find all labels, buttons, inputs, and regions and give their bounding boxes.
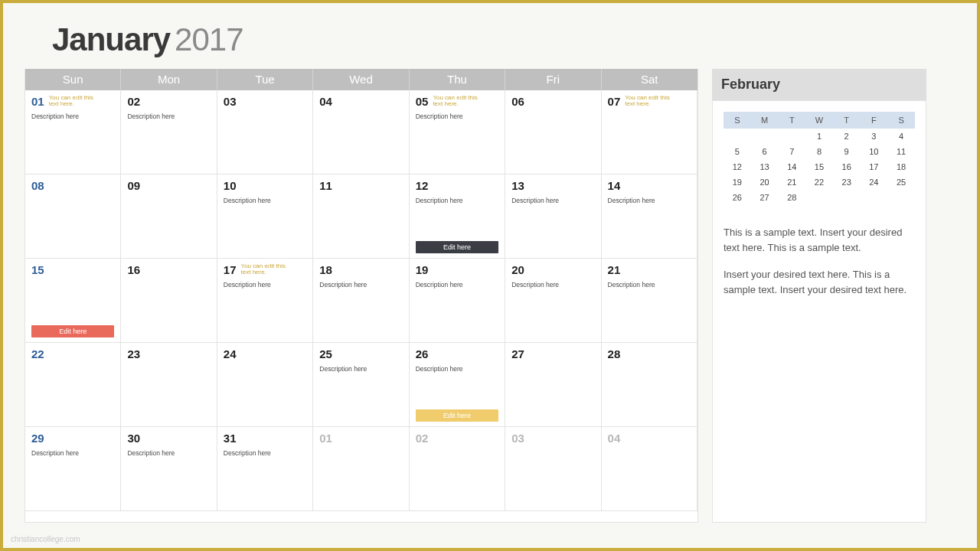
cell-description[interactable]: Description here — [608, 281, 691, 289]
mini-weekday-header: S — [887, 112, 915, 129]
page-title: January2017 — [52, 21, 956, 58]
weekday-header-cell: Fri — [505, 69, 601, 90]
calendar-cell[interactable]: 09 — [121, 174, 217, 259]
cell-description[interactable]: Description here — [224, 449, 306, 457]
day-number: 30 — [127, 432, 140, 445]
cell-description[interactable]: Description here — [416, 112, 498, 120]
calendar-cell[interactable]: 26Description hereEdit here — [410, 343, 505, 427]
calendar-cell[interactable]: 03 — [505, 427, 601, 511]
cell-description[interactable]: Description here — [416, 365, 498, 373]
cell-description[interactable]: Description here — [127, 112, 210, 120]
mini-day-cell: 11 — [887, 144, 915, 159]
mini-day-cell: 9 — [833, 144, 861, 159]
calendar-cell[interactable]: 05You can edit this text here.Descriptio… — [410, 90, 505, 174]
calendar-cell[interactable]: 14Description here — [602, 174, 697, 259]
calendar-cell[interactable]: 16 — [121, 259, 217, 343]
day-number: 28 — [608, 347, 621, 360]
calendar-cell[interactable]: 19Description here — [410, 259, 505, 343]
cell-note[interactable]: You can edit this text here. — [625, 95, 671, 108]
cell-description[interactable]: Description here — [224, 197, 306, 204]
day-number: 02 — [127, 95, 140, 108]
cell-description[interactable]: Description here — [416, 281, 498, 289]
cell-description[interactable]: Description here — [31, 449, 114, 457]
mini-day-cell: 19 — [724, 174, 751, 190]
mini-day-cell: 3 — [861, 129, 888, 144]
day-number: 20 — [511, 263, 524, 276]
sidebar-month-title: February — [712, 69, 926, 100]
calendar-cell[interactable]: 06 — [505, 90, 601, 174]
cell-description[interactable]: Description here — [319, 281, 402, 289]
calendar-cell[interactable]: 11 — [313, 174, 409, 259]
cell-description[interactable]: Description here — [127, 449, 210, 457]
cell-tag[interactable]: Edit here — [31, 325, 114, 337]
calendar-cell[interactable]: 24 — [217, 343, 313, 427]
main-calendar: SunMonTueWedThuFriSat 01You can edit thi… — [24, 69, 698, 523]
calendar-cell[interactable]: 01 — [313, 427, 409, 511]
calendar-cell[interactable]: 25Description here — [313, 343, 409, 427]
mini-day-cell: 28 — [778, 190, 805, 205]
mini-day-cell: 22 — [805, 174, 833, 190]
day-number: 25 — [319, 347, 332, 360]
calendar-cell[interactable]: 02 — [410, 427, 505, 511]
mini-day-cell: 10 — [861, 144, 888, 159]
sidebar: February SMTWTFS 12345678910111213141516… — [712, 69, 956, 523]
calendar-cell[interactable]: 30Description here — [121, 427, 217, 511]
calendar-body: 01You can edit this text here.Descriptio… — [25, 90, 697, 511]
day-number: 23 — [127, 347, 140, 360]
mini-day-cell — [805, 190, 833, 205]
mini-day-cell: 4 — [887, 129, 915, 144]
day-number: 11 — [319, 179, 332, 192]
calendar-cell[interactable]: 08 — [25, 174, 121, 259]
cell-tag[interactable]: Edit here — [416, 409, 498, 422]
calendar-cell[interactable]: 12Description hereEdit here — [410, 174, 505, 259]
cell-description[interactable]: Description here — [511, 281, 594, 289]
calendar-cell[interactable]: 29Description here — [25, 427, 121, 511]
cell-note[interactable]: You can edit this text here. — [433, 95, 479, 108]
calendar-cell[interactable]: 20Description here — [505, 259, 601, 343]
mini-day-cell — [861, 190, 888, 205]
calendar-cell[interactable]: 17You can edit this text here.Descriptio… — [217, 259, 313, 343]
cell-description[interactable]: Description here — [511, 197, 594, 204]
calendar-cell[interactable]: 27 — [505, 343, 601, 427]
calendar-cell[interactable]: 10Description here — [217, 174, 313, 259]
cell-tag[interactable]: Edit here — [416, 241, 498, 253]
calendar-cell[interactable]: 04 — [602, 427, 697, 511]
cell-note[interactable]: You can edit this text here. — [49, 95, 95, 108]
mini-day-cell: 1 — [805, 129, 833, 144]
calendar-cell[interactable]: 22 — [25, 343, 121, 427]
cell-description[interactable]: Description here — [608, 197, 691, 204]
mini-day-cell: 13 — [751, 159, 779, 174]
calendar-cell[interactable]: 03 — [217, 90, 313, 174]
calendar-cell[interactable]: 02Description here — [121, 90, 217, 174]
day-number: 29 — [31, 432, 44, 445]
calendar-weekday-header: SunMonTueWedThuFriSat — [25, 69, 697, 90]
mini-day-cell: 8 — [805, 144, 833, 159]
calendar-cell[interactable]: 28 — [602, 343, 697, 427]
day-number: 09 — [127, 179, 140, 192]
calendar-cell[interactable]: 18Description here — [313, 259, 409, 343]
mini-day-cell: 7 — [778, 144, 805, 159]
cell-description[interactable]: Description here — [224, 281, 306, 289]
sidebar-text[interactable]: This is a sample text. Insert your desir… — [724, 225, 915, 297]
title-month: January — [52, 21, 170, 57]
sidebar-paragraph[interactable]: This is a sample text. Insert your desir… — [724, 225, 915, 255]
cell-description[interactable]: Description here — [319, 365, 402, 373]
calendar-cell[interactable]: 13Description here — [505, 174, 601, 259]
cell-note[interactable]: You can edit this text here. — [241, 263, 287, 276]
calendar-cell[interactable]: 15Edit here — [25, 259, 121, 343]
calendar-cell[interactable]: 23 — [121, 343, 217, 427]
calendar-cell[interactable]: 07You can edit this text here. — [602, 90, 697, 174]
calendar-cell[interactable]: 01You can edit this text here.Descriptio… — [25, 90, 121, 174]
mini-weekday-header: T — [833, 112, 861, 129]
mini-weekday-header: F — [861, 112, 888, 129]
mini-day-cell: 21 — [778, 174, 805, 190]
cell-description[interactable]: Description here — [31, 112, 114, 120]
day-number: 14 — [608, 179, 621, 192]
calendar-cell[interactable]: 21Description here — [602, 259, 697, 343]
calendar-cell[interactable]: 04 — [313, 90, 409, 174]
day-number: 22 — [31, 347, 44, 360]
cell-description[interactable]: Description here — [416, 197, 498, 204]
calendar-cell[interactable]: 31Description here — [217, 427, 313, 511]
mini-day-cell — [778, 129, 805, 144]
sidebar-paragraph[interactable]: Insert your desired text here. This is a… — [724, 267, 915, 297]
